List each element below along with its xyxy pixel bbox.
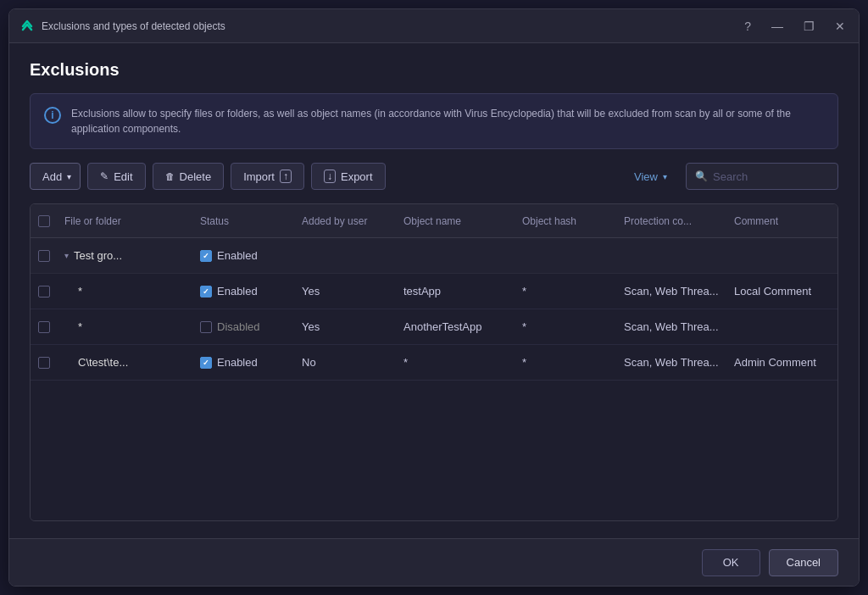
info-description: Exclusions allow to specify files or fol… bbox=[71, 106, 824, 136]
row2-hash-cell: * bbox=[515, 320, 617, 333]
table-row[interactable]: C\test\te... Enabled No * * Scan, Web Th… bbox=[31, 345, 837, 381]
group-check-cell bbox=[31, 250, 58, 262]
row1-hash-cell: * bbox=[515, 285, 617, 298]
minimize-button[interactable]: — bbox=[768, 19, 787, 34]
row2-status-cell: Disabled bbox=[193, 320, 295, 333]
group-name: Test gro... bbox=[74, 249, 122, 262]
export-icon: ↓ bbox=[324, 170, 336, 183]
add-button[interactable]: Add ▾ bbox=[30, 163, 81, 190]
row1-added-cell: Yes bbox=[295, 285, 397, 298]
title-bar-controls: ? — ❐ ✕ bbox=[741, 19, 849, 34]
col-object-name: Object name bbox=[397, 215, 515, 227]
title-bar-left: Exclusions and types of detected objects bbox=[19, 19, 225, 34]
group-status-checkbox[interactable] bbox=[200, 250, 212, 262]
row3-status: Enabled bbox=[200, 356, 288, 369]
col-object-hash: Object hash bbox=[515, 215, 617, 227]
import-icon: ↑ bbox=[280, 170, 292, 183]
col-status: Status bbox=[193, 215, 295, 227]
page-title: Exclusions bbox=[30, 60, 838, 80]
add-label: Add bbox=[42, 170, 62, 183]
edit-button[interactable]: ✎ Edit bbox=[87, 163, 145, 190]
maximize-button[interactable]: ❐ bbox=[800, 19, 818, 34]
group-row[interactable]: ▾ Test gro... Enabled bbox=[31, 238, 837, 274]
col-added-by-user: Added by user bbox=[295, 215, 397, 227]
row2-added-cell: Yes bbox=[295, 320, 397, 333]
row2-protection-cell: Scan, Web Threa... bbox=[617, 320, 727, 333]
table-row[interactable]: * Enabled Yes testApp * Scan, Web Threa.… bbox=[31, 274, 837, 309]
group-checkbox[interactable] bbox=[38, 250, 50, 262]
row1-status: Enabled bbox=[200, 285, 288, 298]
row3-hash-cell: * bbox=[515, 356, 617, 369]
row1-objname-cell: testApp bbox=[397, 285, 515, 298]
info-banner: i Exclusions allow to specify files or f… bbox=[30, 93, 838, 149]
row1-check-cell bbox=[31, 286, 58, 298]
group-status-cell: Enabled bbox=[193, 249, 295, 262]
table-header: File or folder Status Added by user Obje… bbox=[31, 204, 837, 238]
row3-protection-cell: Scan, Web Threa... bbox=[617, 356, 727, 369]
row1-protection-cell: Scan, Web Threa... bbox=[617, 285, 727, 298]
edit-label: Edit bbox=[114, 170, 132, 183]
row2-status-label: Disabled bbox=[217, 320, 260, 333]
export-label: Export bbox=[341, 170, 373, 183]
edit-pencil-icon: ✎ bbox=[100, 170, 108, 182]
search-input[interactable] bbox=[713, 170, 829, 183]
row2-objname-cell: AnotherTestApp bbox=[397, 320, 515, 333]
group-status: Enabled bbox=[200, 249, 288, 262]
info-icon: i bbox=[44, 107, 61, 124]
row3-status-checkbox[interactable] bbox=[200, 357, 212, 369]
row2-check-cell bbox=[31, 321, 58, 333]
export-button[interactable]: ↓ Export bbox=[311, 163, 386, 190]
view-button[interactable]: View ▾ bbox=[622, 163, 679, 190]
row2-file-cell: * bbox=[58, 320, 193, 333]
toolbar: Add ▾ ✎ Edit 🗑 Delete Import ↑ ↓ Export bbox=[30, 163, 838, 190]
col-protection: Protection co... bbox=[617, 215, 727, 227]
row3-checkbox[interactable] bbox=[38, 357, 50, 369]
table-row[interactable]: * Disabled Yes AnotherTestApp * Scan, We… bbox=[31, 309, 837, 345]
group-name-cell: ▾ Test gro... bbox=[58, 249, 193, 262]
row1-file: * bbox=[78, 285, 82, 298]
row2-checkbox[interactable] bbox=[38, 321, 50, 333]
select-all-checkbox[interactable] bbox=[38, 215, 50, 227]
close-button[interactable]: ✕ bbox=[832, 19, 849, 34]
row3-objname-cell: * bbox=[397, 356, 515, 369]
col-file-or-folder: File or folder bbox=[58, 215, 193, 227]
row3-added-cell: No bbox=[295, 356, 397, 369]
row3-file: C\test\te... bbox=[78, 356, 128, 369]
toolbar-right: View ▾ 🔍 bbox=[622, 163, 838, 190]
view-label: View bbox=[634, 170, 658, 183]
main-content: Exclusions i Exclusions allow to specify… bbox=[9, 43, 859, 538]
footer: OK Cancel bbox=[9, 538, 859, 586]
row1-status-label: Enabled bbox=[217, 285, 258, 298]
col-comment: Comment bbox=[727, 215, 837, 227]
window-title: Exclusions and types of detected objects bbox=[42, 20, 225, 32]
delete-label: Delete bbox=[180, 170, 212, 183]
group-status-label: Enabled bbox=[217, 249, 258, 262]
table-body: ▾ Test gro... Enabled bbox=[31, 238, 837, 520]
row2-status: Disabled bbox=[200, 320, 288, 333]
row1-status-checkbox[interactable] bbox=[200, 286, 212, 298]
row3-check-cell bbox=[31, 357, 58, 369]
exclusions-table: File or folder Status Added by user Obje… bbox=[30, 203, 838, 521]
row2-status-checkbox[interactable] bbox=[200, 321, 212, 333]
add-chevron-icon: ▾ bbox=[67, 172, 71, 181]
row2-file: * bbox=[78, 320, 82, 333]
row3-comment-cell: Admin Comment bbox=[727, 356, 837, 369]
ok-button[interactable]: OK bbox=[702, 549, 760, 576]
import-button[interactable]: Import ↑ bbox=[231, 163, 304, 190]
search-box: 🔍 bbox=[686, 163, 838, 190]
row3-status-cell: Enabled bbox=[193, 356, 295, 369]
search-icon: 🔍 bbox=[695, 170, 708, 182]
import-label: Import bbox=[243, 170, 275, 183]
row1-checkbox[interactable] bbox=[38, 286, 50, 298]
row3-status-label: Enabled bbox=[217, 356, 258, 369]
app-logo-icon bbox=[19, 19, 35, 34]
help-button[interactable]: ? bbox=[741, 19, 754, 34]
title-bar: Exclusions and types of detected objects… bbox=[9, 9, 859, 43]
group-chevron-icon[interactable]: ▾ bbox=[64, 251, 69, 260]
main-window: Exclusions and types of detected objects… bbox=[8, 8, 860, 587]
delete-trash-icon: 🗑 bbox=[165, 171, 175, 181]
row1-status-cell: Enabled bbox=[193, 285, 295, 298]
cancel-button[interactable]: Cancel bbox=[769, 549, 838, 576]
header-checkbox-cell bbox=[31, 215, 58, 227]
delete-button[interactable]: 🗑 Delete bbox=[153, 163, 225, 190]
